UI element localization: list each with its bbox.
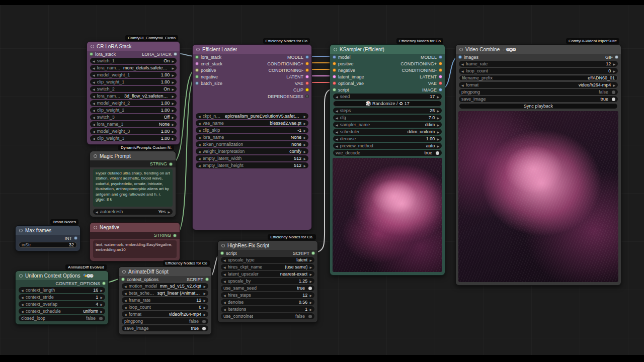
widget-empty_latent_width[interactable]: ◀empty_latent_width512▶ xyxy=(196,155,308,161)
input-port-dot[interactable] xyxy=(333,75,336,78)
combo-left-arrow[interactable]: ◀ xyxy=(124,306,127,309)
widget-switch_3[interactable]: ◀switch_3Off▶ xyxy=(90,114,177,120)
combo-left-arrow[interactable]: ◀ xyxy=(198,115,201,118)
combo-right-arrow[interactable]: ▶ xyxy=(100,310,103,313)
toggle-dot[interactable] xyxy=(436,151,439,155)
node-graph-canvas[interactable]: ComfyUI_Comfyroll_Custo CR LoRA Stack lo… xyxy=(0,0,644,362)
combo-left-arrow[interactable]: ◀ xyxy=(198,129,201,132)
combo-left-arrow[interactable]: ◀ xyxy=(21,296,24,299)
widget-context_length[interactable]: ◀context_length16▶ xyxy=(19,287,105,293)
output-port-dot[interactable] xyxy=(305,88,309,92)
output-slot-IMAGE[interactable]: IMAGE xyxy=(422,87,442,93)
combo-right-arrow[interactable]: ▶ xyxy=(168,210,170,214)
widget-filename_prefix[interactable]: filename_prefixeffADN60_01 xyxy=(459,75,618,81)
combo-right-arrow[interactable]: ▶ xyxy=(203,285,206,288)
input-port-dot[interactable] xyxy=(195,55,199,59)
toggle-dot[interactable] xyxy=(308,315,312,318)
node-magic-prompt[interactable]: DynamicPrompts Custom N. Magic Prompt ST… xyxy=(90,151,176,217)
combo-right-arrow[interactable]: ▶ xyxy=(172,95,174,98)
preview-image[interactable] xyxy=(333,158,442,272)
output-port-dot[interactable] xyxy=(439,81,442,85)
combo-right-arrow[interactable]: ▶ xyxy=(437,137,439,141)
widget-motion_model[interactable]: ◀motion_modelmm_sd_v15_v2.ckpt▶ xyxy=(122,283,208,289)
combo-left-arrow[interactable]: ◀ xyxy=(93,123,95,126)
node-animatediff-script[interactable]: Efficiency Nodes for Co AnimateDiff Scri… xyxy=(118,266,212,335)
combo-right-arrow[interactable]: ▶ xyxy=(437,130,439,134)
input-slot-positive[interactable]: positive xyxy=(333,61,354,66)
input-slot-cnet_stack[interactable]: cnet_stack xyxy=(195,61,222,66)
combo-right-arrow[interactable]: ▶ xyxy=(309,258,312,262)
widget-save_image[interactable]: save_imagetrue xyxy=(459,96,618,102)
combo-left-arrow[interactable]: ◀ xyxy=(198,164,201,167)
collapse-icon[interactable] xyxy=(459,48,463,51)
combo-left-arrow[interactable]: ◀ xyxy=(198,143,201,146)
output-slot-CONDITIONING-[interactable]: CONDITIONING- xyxy=(269,68,309,73)
input-slot-context_options[interactable]: context_options xyxy=(121,277,158,282)
combo-right-arrow[interactable]: ▶ xyxy=(309,294,312,297)
widget-weight_interpretation[interactable]: ◀weight_interpretationcomfy▶ xyxy=(196,148,308,154)
combo-right-arrow[interactable]: ▶ xyxy=(309,273,312,276)
node-header[interactable]: CR LoRA Stack xyxy=(87,42,180,51)
output-port-dot[interactable] xyxy=(311,251,315,255)
toggle-dot[interactable] xyxy=(202,320,206,323)
combo-right-arrow[interactable]: ▶ xyxy=(437,123,439,127)
output-slot-GIF[interactable]: GIF xyxy=(605,55,618,60)
output-port-dot[interactable] xyxy=(102,282,106,285)
widget-steps[interactable]: ◀steps25▶ xyxy=(333,108,442,114)
output-port-dot[interactable] xyxy=(305,55,309,59)
combo-left-arrow[interactable]: ◀ xyxy=(336,95,338,99)
combo-right-arrow[interactable]: ▶ xyxy=(309,301,312,304)
combo-left-arrow[interactable]: ◀ xyxy=(96,210,98,214)
node-video-combine[interactable]: ComfyUI-VideoHelperSuite Video Combine 🎥… xyxy=(455,44,621,286)
combo-right-arrow[interactable]: ▶ xyxy=(303,136,306,139)
collapse-icon[interactable] xyxy=(334,48,337,51)
combo-left-arrow[interactable]: ◀ xyxy=(336,130,338,134)
combo-right-arrow[interactable]: ▶ xyxy=(100,289,103,292)
output-port-dot[interactable] xyxy=(173,234,177,237)
node-header[interactable]: HighRes-Fix Script xyxy=(218,241,317,250)
combo-left-arrow[interactable]: ◀ xyxy=(124,313,127,316)
input-port-dot[interactable] xyxy=(333,62,336,65)
input-port-dot[interactable] xyxy=(90,52,93,56)
combo-right-arrow[interactable]: ▶ xyxy=(172,80,174,84)
combo-right-arrow[interactable]: ▶ xyxy=(303,157,306,160)
combo-left-arrow[interactable]: ◀ xyxy=(461,62,464,66)
output-port-dot[interactable] xyxy=(305,81,309,85)
collapse-icon[interactable] xyxy=(122,270,126,274)
output-port-dot[interactable] xyxy=(169,162,173,166)
sync-playback-button[interactable]: Sync playback xyxy=(459,103,618,109)
combo-left-arrow[interactable]: ◀ xyxy=(21,289,24,292)
combo-left-arrow[interactable]: ◀ xyxy=(93,109,95,112)
combo-left-arrow[interactable]: ◀ xyxy=(124,299,127,302)
widget-empty_latent_height[interactable]: ◀empty_latent_height512▶ xyxy=(196,162,308,168)
node-header[interactable]: KSampler (Efficient) xyxy=(330,45,445,54)
combo-right-arrow[interactable]: ▶ xyxy=(303,143,306,146)
input-slot-negative[interactable]: negative xyxy=(195,74,218,79)
randomize-seed-button[interactable]: 🎲 Randomize / ♻ 17 xyxy=(333,101,442,107)
combo-right-arrow[interactable]: ▶ xyxy=(613,83,615,87)
widget-cfg[interactable]: ◀cfg7.0▶ xyxy=(333,115,442,121)
widget-vae_name[interactable]: ◀vae_nameblessed2.vae.pt▶ xyxy=(196,120,308,126)
node-header[interactable]: Negative xyxy=(90,223,180,232)
combo-left-arrow[interactable]: ◀ xyxy=(93,87,95,91)
widget-sampler_name[interactable]: ◀sampler_nameddim▶ xyxy=(333,122,442,128)
combo-right-arrow[interactable]: ▶ xyxy=(172,73,174,77)
input-port-dot[interactable] xyxy=(121,278,125,281)
input-slot-images[interactable]: images xyxy=(458,55,478,60)
combo-right-arrow[interactable]: ▶ xyxy=(303,129,306,132)
output-slot-DEPENDENCIES[interactable]: DEPENDENCIES xyxy=(268,94,309,99)
node-efficient-loader[interactable]: Efficiency Nodes for Co Efficient Loader… xyxy=(192,44,312,230)
input-slot-lora_stack[interactable]: lora_stack xyxy=(90,52,116,57)
prompt-text[interactable]: text, watermark, embedding:EasyNegative,… xyxy=(93,240,177,258)
widget-clip_skip[interactable]: ◀clip_skip-1▶ xyxy=(196,127,308,133)
combo-right-arrow[interactable]: ▶ xyxy=(172,59,174,63)
combo-left-arrow[interactable]: ◀ xyxy=(93,66,95,70)
output-slot-CONTEXT_OPTIONS[interactable]: CONTEXT_OPTIONS xyxy=(55,281,106,286)
widget-lora_name_1[interactable]: ◀lora_name_1more_details.safetensors▶ xyxy=(90,65,177,71)
combo-right-arrow[interactable]: ▶ xyxy=(172,66,174,70)
widget-hires_ckpt_name[interactable]: ◀hires_ckpt_name(use same)▶ xyxy=(221,264,314,270)
combo-left-arrow[interactable]: ◀ xyxy=(93,80,95,84)
widget-upscale_type[interactable]: ◀upscale_typelatent▶ xyxy=(221,257,314,263)
input-port-dot[interactable] xyxy=(220,251,224,255)
input-slot-script[interactable]: script xyxy=(220,251,237,256)
